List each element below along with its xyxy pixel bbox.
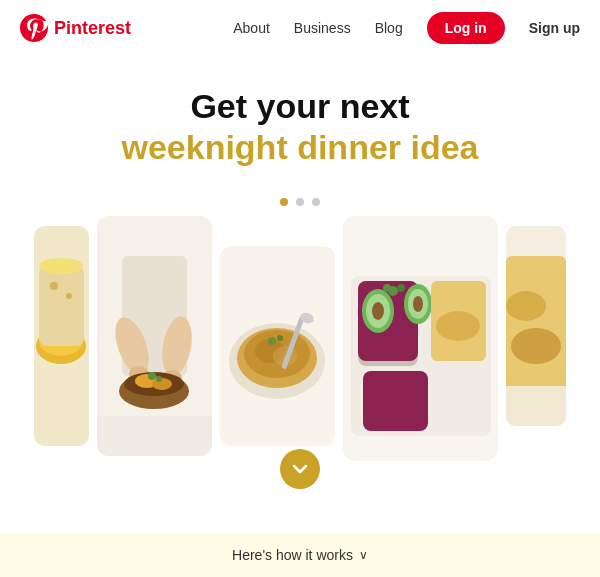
food-image-baked: [506, 226, 566, 426]
how-it-works-bar[interactable]: Here's how it works ∨: [0, 533, 600, 577]
svg-rect-20: [97, 416, 212, 456]
dot-2[interactable]: [296, 198, 304, 206]
svg-point-30: [277, 335, 283, 341]
svg-point-7: [66, 293, 72, 299]
food-image-cooking: [97, 216, 212, 456]
how-it-works-chevron: ∨: [359, 548, 368, 562]
svg-point-19: [156, 376, 162, 382]
nav-blog[interactable]: Blog: [375, 20, 403, 36]
food-card-bowl: [220, 246, 335, 446]
carousel-dots: [0, 198, 600, 206]
signup-button[interactable]: Sign up: [529, 20, 580, 36]
svg-point-17: [152, 378, 172, 390]
svg-point-44: [383, 284, 391, 292]
svg-point-50: [511, 328, 561, 364]
svg-point-5: [39, 258, 83, 274]
food-image-avocado: [343, 216, 498, 461]
food-card-avocado-toast: [343, 216, 498, 461]
svg-point-46: [436, 311, 480, 341]
hero-title-line2: weeknight dinner idea: [20, 127, 580, 168]
hero-section: Get your next weeknight dinner idea: [0, 56, 600, 184]
svg-point-43: [397, 284, 405, 292]
nav-links: About Business Blog Log in Sign up: [233, 12, 580, 44]
logo-text: Pinterest: [54, 18, 131, 39]
chevron-down-icon: [292, 461, 308, 477]
svg-rect-48: [506, 256, 566, 396]
food-card-baked: [506, 226, 566, 426]
svg-rect-51: [506, 386, 566, 426]
svg-point-6: [50, 282, 58, 290]
dot-1[interactable]: [280, 198, 288, 206]
logo[interactable]: Pinterest: [20, 14, 131, 42]
login-button[interactable]: Log in: [427, 12, 505, 44]
svg-point-40: [413, 296, 423, 312]
svg-rect-41: [363, 371, 428, 431]
nav-about[interactable]: About: [233, 20, 270, 36]
how-it-works-text: Here's how it works: [232, 547, 353, 563]
svg-point-37: [372, 302, 384, 320]
dot-3[interactable]: [312, 198, 320, 206]
hero-title-line1: Get your next: [20, 86, 580, 127]
food-images-section: [0, 216, 600, 501]
food-card-person-cooking: [97, 216, 212, 456]
food-image-soup: [34, 226, 89, 446]
scroll-down-button[interactable]: [280, 449, 320, 489]
food-image-bowl: [220, 246, 335, 446]
svg-point-18: [148, 372, 156, 380]
food-card-far-left: [34, 226, 89, 446]
nav-business[interactable]: Business: [294, 20, 351, 36]
svg-point-49: [506, 291, 546, 321]
svg-point-29: [268, 337, 276, 345]
svg-rect-4: [39, 266, 84, 346]
navbar: Pinterest About Business Blog Log in Sig…: [0, 0, 600, 56]
pinterest-logo-icon: [20, 14, 48, 42]
